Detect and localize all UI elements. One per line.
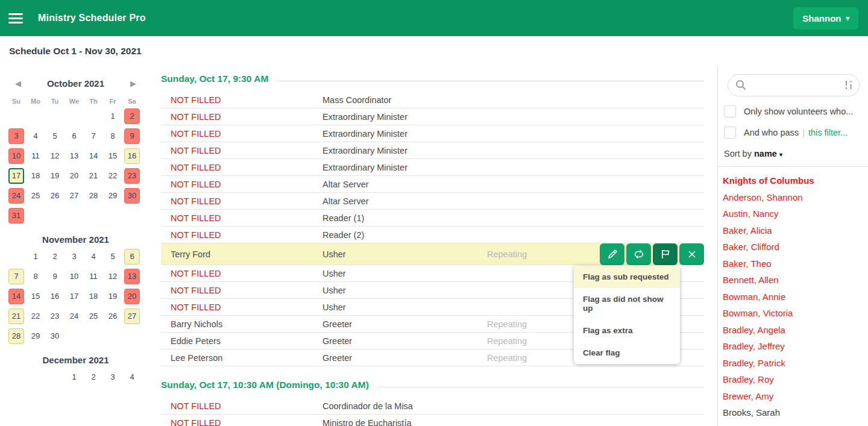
calendar-day-2[interactable]: 2 (124, 108, 140, 124)
flag-menu-item[interactable]: Flag as did not show up (574, 288, 680, 319)
calendar-day-8[interactable]: 8 (105, 128, 121, 144)
calendar-day-26[interactable]: 26 (47, 188, 63, 204)
calendar-day-22[interactable]: 22 (28, 309, 43, 324)
calendar-day-11[interactable]: 11 (28, 148, 43, 164)
schedule-row[interactable]: Terry FordUsherRepeatingFlag as sub requ… (161, 243, 704, 265)
filter-bars-icon[interactable] (845, 80, 852, 90)
user-menu-button[interactable]: Shannon ▾ (793, 7, 858, 30)
calendar-day-3[interactable]: 3 (8, 128, 24, 144)
calendar-day-18[interactable]: 18 (86, 289, 101, 304)
calendar-day-20[interactable]: 20 (124, 289, 140, 304)
volunteer-list-item[interactable]: Bradley, Patrick (723, 355, 868, 372)
calendar-day-1[interactable]: 1 (28, 249, 43, 265)
calendar-day-5[interactable]: 5 (105, 249, 121, 265)
calendar-day-28[interactable]: 28 (86, 188, 101, 204)
schedule-row[interactable]: NOT FILLEDAltar Server (161, 176, 704, 193)
calendar-day-19[interactable]: 19 (47, 168, 63, 184)
calendar-day-9[interactable]: 9 (47, 269, 63, 284)
calendar-day-6[interactable]: 6 (124, 249, 140, 265)
calendar-day-29[interactable]: 29 (28, 328, 43, 344)
calendar-day-13[interactable]: 13 (124, 269, 140, 284)
calendar-day-7[interactable]: 7 (8, 269, 24, 284)
calendar-day-5[interactable]: 5 (47, 128, 63, 144)
calendar-day-23[interactable]: 23 (124, 168, 140, 184)
calendar-day-30[interactable]: 30 (124, 188, 140, 204)
calendar-day-18[interactable]: 18 (28, 168, 43, 184)
schedule-row[interactable]: NOT FILLEDExtraordinary Minister (161, 159, 704, 176)
calendar-day-10[interactable]: 10 (8, 148, 24, 164)
volunteer-list-item[interactable]: Bowman, Victoria (723, 305, 868, 322)
calendar-day-12[interactable]: 12 (105, 269, 121, 284)
calendar-day-27[interactable]: 27 (124, 309, 140, 324)
calendar-day-4[interactable]: 4 (124, 369, 140, 385)
volunteer-list-item[interactable]: Anderson, Shannon (723, 189, 868, 206)
volunteer-list-item[interactable]: Bennett, Allen (723, 272, 868, 289)
schedule-row[interactable]: NOT FILLEDReader (1) (161, 210, 704, 227)
calendar-day-23[interactable]: 23 (47, 309, 63, 324)
volunteer-list-item[interactable]: Baker, Clifford (723, 239, 868, 255)
pencil-button[interactable] (600, 243, 624, 265)
schedule-row[interactable]: NOT FILLEDReader (2) (161, 227, 704, 243)
flag-menu-item[interactable]: Clear flag (574, 342, 680, 364)
calendar-day-1[interactable]: 1 (105, 108, 121, 124)
calendar-day-17[interactable]: 17 (66, 289, 82, 304)
calendar-day-7[interactable]: 7 (86, 128, 101, 144)
calendar-day-14[interactable]: 14 (8, 289, 24, 304)
calendar-day-10[interactable]: 10 (66, 269, 82, 284)
calendar-day-31[interactable]: 31 (8, 208, 24, 224)
calendar-day-16[interactable]: 16 (124, 148, 140, 164)
calendar-day-2[interactable]: 2 (47, 249, 63, 265)
calendar-day-14[interactable]: 14 (86, 148, 101, 164)
calendar-day-11[interactable]: 11 (86, 269, 101, 284)
calendar-day-25[interactable]: 25 (86, 309, 101, 324)
calendar-day-1[interactable]: 1 (66, 369, 82, 385)
close-button[interactable] (679, 243, 704, 265)
search-input[interactable] (728, 74, 860, 96)
only-show-volunteers-checkbox[interactable] (724, 105, 736, 117)
calendar-day-12[interactable]: 12 (47, 148, 63, 164)
calendar-day-13[interactable]: 13 (66, 148, 82, 164)
schedule-row[interactable]: NOT FILLEDMinistro de Eucharistía (161, 415, 704, 426)
volunteer-list-item[interactable]: Baker, Alicia (723, 222, 868, 239)
calendar-day-21[interactable]: 21 (86, 168, 101, 184)
calendar-day-25[interactable]: 25 (28, 188, 43, 204)
calendar-day-29[interactable]: 29 (105, 188, 121, 204)
calendar-day-9[interactable]: 9 (124, 128, 140, 144)
schedule-row[interactable]: NOT FILLEDAltar Server (161, 193, 704, 210)
volunteer-list-item[interactable]: Brooks, Sarah (723, 404, 868, 421)
calendar-day-4[interactable]: 4 (28, 128, 43, 144)
volunteer-list-item[interactable]: Bradley, Jeffrey (723, 338, 868, 355)
calendar-day-17[interactable]: 17 (8, 168, 24, 184)
next-month-icon[interactable]: ▶ (128, 79, 138, 88)
flag-menu-item[interactable]: Flag as extra (574, 319, 680, 342)
calendar-day-15[interactable]: 15 (28, 289, 43, 304)
calendar-day-6[interactable]: 6 (66, 128, 82, 144)
calendar-day-24[interactable]: 24 (66, 309, 82, 324)
flag-menu-item[interactable]: Flag as sub requested (574, 266, 680, 288)
calendar-day-27[interactable]: 27 (66, 188, 82, 204)
and-who-pass-checkbox[interactable] (724, 127, 736, 139)
calendar-day-15[interactable]: 15 (105, 148, 121, 164)
sort-by-dropdown[interactable]: name ▾ (754, 149, 782, 158)
volunteer-list-item[interactable]: Bowman, Annie (723, 289, 868, 305)
calendar-day-28[interactable]: 28 (8, 328, 24, 344)
schedule-row[interactable]: NOT FILLEDCoordinador de la Misa (161, 398, 704, 415)
schedule-row[interactable]: NOT FILLEDExtraordinary Minister (161, 125, 704, 142)
this-filter-link[interactable]: this filter... (808, 128, 848, 137)
prev-month-icon[interactable]: ◀ (13, 79, 23, 88)
schedule-row[interactable]: NOT FILLEDMass Coordinator (161, 92, 704, 108)
calendar-day-3[interactable]: 3 (66, 249, 82, 265)
calendar-day-3[interactable]: 3 (105, 369, 121, 385)
volunteer-list-item[interactable]: Brewer, Amy (723, 388, 868, 405)
volunteer-list-item[interactable]: Brown, Theresa (723, 421, 868, 426)
calendar-day-30[interactable]: 30 (47, 328, 63, 344)
calendar-day-21[interactable]: 21 (8, 309, 24, 324)
menu-icon[interactable] (8, 11, 23, 26)
calendar-day-24[interactable]: 24 (8, 188, 24, 204)
calendar-day-26[interactable]: 26 (105, 309, 121, 324)
calendar-day-22[interactable]: 22 (105, 168, 121, 184)
calendar-day-19[interactable]: 19 (105, 289, 121, 304)
schedule-row[interactable]: NOT FILLEDExtraordinary Minister (161, 108, 704, 125)
swap-button[interactable] (626, 243, 651, 265)
volunteer-group-heading[interactable]: Knights of Columbus (723, 172, 868, 189)
